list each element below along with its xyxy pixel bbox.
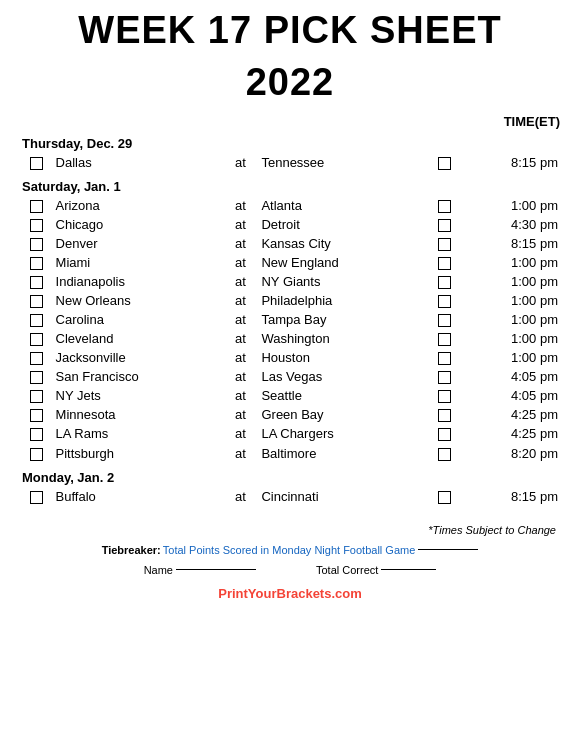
at-label: at	[221, 367, 259, 386]
at-label: at	[221, 272, 259, 291]
home-checkbox[interactable]	[438, 157, 451, 170]
section-header-row: Monday, Jan. 2	[20, 463, 560, 487]
away-checkbox[interactable]	[30, 257, 43, 270]
game-time: 4:30 pm	[461, 215, 560, 234]
game-time: 1:00 pm	[461, 329, 560, 348]
away-checkbox-cell	[20, 348, 54, 367]
away-team: Minnesota	[54, 405, 222, 424]
home-team: Cincinnati	[259, 487, 427, 506]
game-time: 4:05 pm	[461, 386, 560, 405]
tiebreaker-text: Total Points Scored in Monday Night Foot…	[163, 544, 416, 556]
home-team: Tennessee	[259, 153, 427, 172]
title: WEEK 17 PICK SHEET 2022	[20, 10, 560, 104]
at-label: at	[221, 291, 259, 310]
home-checkbox[interactable]	[438, 333, 451, 346]
at-label: at	[221, 234, 259, 253]
home-team: Detroit	[259, 215, 427, 234]
game-time: 1:00 pm	[461, 196, 560, 215]
game-time: 8:20 pm	[461, 443, 560, 462]
away-checkbox-cell	[20, 291, 54, 310]
home-checkbox-cell	[427, 424, 461, 443]
away-checkbox[interactable]	[30, 491, 43, 504]
time-header: TIME(ET)	[490, 114, 560, 129]
home-checkbox[interactable]	[438, 276, 451, 289]
away-checkbox[interactable]	[30, 219, 43, 232]
section-day-label: Thursday, Dec. 29	[22, 136, 132, 151]
home-team: Houston	[259, 348, 427, 367]
name-label: Name	[144, 564, 173, 576]
home-checkbox-cell	[427, 234, 461, 253]
away-checkbox[interactable]	[30, 276, 43, 289]
away-checkbox-cell	[20, 310, 54, 329]
at-label: at	[221, 386, 259, 405]
game-time: 8:15 pm	[461, 234, 560, 253]
away-team: Dallas	[54, 153, 222, 172]
away-checkbox[interactable]	[30, 428, 43, 441]
table-row: Chicago at Detroit 4:30 pm	[20, 215, 560, 234]
away-checkbox[interactable]	[30, 238, 43, 251]
table-row: Pittsburgh at Baltimore 8:20 pm	[20, 443, 560, 462]
home-team: LA Chargers	[259, 424, 427, 443]
home-checkbox-cell	[427, 153, 461, 172]
at-label: at	[221, 348, 259, 367]
away-team: Indianapolis	[54, 272, 222, 291]
home-checkbox[interactable]	[438, 352, 451, 365]
home-checkbox[interactable]	[438, 409, 451, 422]
home-checkbox[interactable]	[438, 371, 451, 384]
away-checkbox[interactable]	[30, 200, 43, 213]
away-checkbox-cell	[20, 234, 54, 253]
away-checkbox-cell	[20, 424, 54, 443]
away-checkbox-cell	[20, 253, 54, 272]
table-row: Jacksonville at Houston 1:00 pm	[20, 348, 560, 367]
home-checkbox[interactable]	[438, 257, 451, 270]
away-team: Cleveland	[54, 329, 222, 348]
section-day-label: Saturday, Jan. 1	[22, 179, 121, 194]
away-checkbox[interactable]	[30, 390, 43, 403]
home-checkbox-cell	[427, 367, 461, 386]
table-row: San Francisco at Las Vegas 4:05 pm	[20, 367, 560, 386]
away-checkbox[interactable]	[30, 157, 43, 170]
away-checkbox[interactable]	[30, 371, 43, 384]
away-checkbox[interactable]	[30, 352, 43, 365]
tiebreaker-blank	[418, 549, 478, 550]
table-row: Minnesota at Green Bay 4:25 pm	[20, 405, 560, 424]
at-label: at	[221, 153, 259, 172]
home-checkbox[interactable]	[438, 219, 451, 232]
home-checkbox[interactable]	[438, 200, 451, 213]
home-team: Kansas City	[259, 234, 427, 253]
away-team: NY Jets	[54, 386, 222, 405]
away-checkbox[interactable]	[30, 448, 43, 461]
home-checkbox[interactable]	[438, 448, 451, 461]
away-checkbox-cell	[20, 443, 54, 462]
home-checkbox-cell	[427, 196, 461, 215]
table-row: Buffalo at Cincinnati 8:15 pm	[20, 487, 560, 506]
name-line	[176, 569, 256, 570]
away-team: Carolina	[54, 310, 222, 329]
away-checkbox[interactable]	[30, 295, 43, 308]
away-checkbox-cell	[20, 405, 54, 424]
home-checkbox-cell	[427, 405, 461, 424]
game-time: 1:00 pm	[461, 310, 560, 329]
home-team: Seattle	[259, 386, 427, 405]
at-label: at	[221, 310, 259, 329]
at-label: at	[221, 443, 259, 462]
home-checkbox[interactable]	[438, 428, 451, 441]
home-team: Tampa Bay	[259, 310, 427, 329]
away-checkbox-cell	[20, 196, 54, 215]
tiebreaker-label: Tiebreaker:	[102, 544, 161, 556]
away-checkbox-cell	[20, 386, 54, 405]
home-checkbox-cell	[427, 443, 461, 462]
home-checkbox[interactable]	[438, 238, 451, 251]
away-checkbox[interactable]	[30, 333, 43, 346]
at-label: at	[221, 487, 259, 506]
home-checkbox[interactable]	[438, 491, 451, 504]
away-checkbox[interactable]	[30, 314, 43, 327]
away-team: Denver	[54, 234, 222, 253]
away-checkbox[interactable]	[30, 409, 43, 422]
home-checkbox[interactable]	[438, 390, 451, 403]
table-row: Cleveland at Washington 1:00 pm	[20, 329, 560, 348]
times-note: *Times Subject to Change	[20, 524, 560, 536]
home-checkbox-cell	[427, 487, 461, 506]
home-checkbox[interactable]	[438, 295, 451, 308]
home-checkbox[interactable]	[438, 314, 451, 327]
